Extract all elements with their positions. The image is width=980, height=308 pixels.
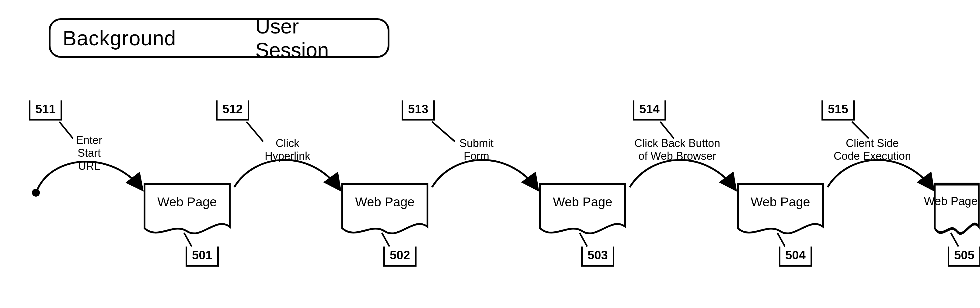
page-node-4: Web Page: [736, 183, 824, 238]
ref-503: 503: [581, 247, 614, 267]
ref-501: 501: [186, 247, 219, 267]
page-2-label: Web Page: [355, 195, 414, 209]
title-right: User Session: [255, 14, 375, 62]
title-left: Background: [63, 26, 176, 50]
document-icon: [736, 183, 824, 238]
action-5-line-2: Code Execution: [834, 150, 911, 162]
action-5-label: Client Side Code Execution: [834, 137, 911, 163]
ref-505-leader: [949, 231, 961, 248]
page-node-2: Web Page: [341, 183, 429, 238]
document-icon: [341, 183, 429, 238]
page-node-1: Web Page: [143, 183, 231, 238]
ref-512: 512: [216, 101, 249, 121]
action-3-line-1: Submit: [460, 137, 493, 150]
action-4-label: Click Back Button of Web Browser: [634, 137, 720, 163]
action-3-line-2: Form: [464, 150, 489, 162]
action-2-label: Click Hyperlink: [265, 137, 310, 163]
ref-513: 513: [402, 101, 435, 121]
action-2-line-2: Hyperlink: [265, 150, 310, 162]
ref-514: 514: [633, 101, 666, 121]
ref-502-leader: [380, 231, 393, 248]
ref-503-leader: [578, 231, 590, 248]
document-icon: [539, 183, 627, 238]
document-icon: [143, 183, 231, 238]
ref-501-leader: [183, 231, 195, 248]
ref-511-leader: [58, 120, 76, 142]
ref-515-leader: [850, 120, 872, 142]
document-icon: [934, 183, 980, 238]
ref-512-leader: [245, 120, 266, 145]
page-3-label: Web Page: [553, 195, 612, 209]
action-4-line-2: of Web Browser: [638, 150, 716, 162]
page-node-5: Web Page: [934, 183, 980, 238]
action-1-line-2: Start: [78, 147, 101, 159]
ref-504-leader: [776, 231, 788, 248]
ref-515: 515: [821, 101, 855, 121]
action-1-line-1: Enter: [76, 134, 102, 147]
action-4-line-1: Click Back Button: [634, 137, 720, 150]
page-5-label: Web Page: [924, 195, 978, 208]
action-1-label: Enter Start URL: [76, 134, 102, 172]
title-box: Background User Session: [49, 18, 390, 58]
ref-513-leader: [431, 120, 458, 145]
action-3-label: Submit Form: [460, 137, 493, 163]
ref-504: 504: [779, 247, 812, 267]
action-2-line-1: Click: [276, 137, 299, 150]
ref-514-leader: [659, 120, 677, 142]
page-4-label: Web Page: [751, 195, 810, 209]
ref-502: 502: [383, 247, 417, 267]
diagram-canvas: Background User Session Enter Start URL …: [0, 0, 980, 308]
ref-511: 511: [29, 101, 62, 121]
action-1-line-3: URL: [78, 160, 100, 172]
page-node-3: Web Page: [539, 183, 627, 238]
ref-505: 505: [948, 247, 980, 267]
page-1-label: Web Page: [157, 195, 216, 209]
